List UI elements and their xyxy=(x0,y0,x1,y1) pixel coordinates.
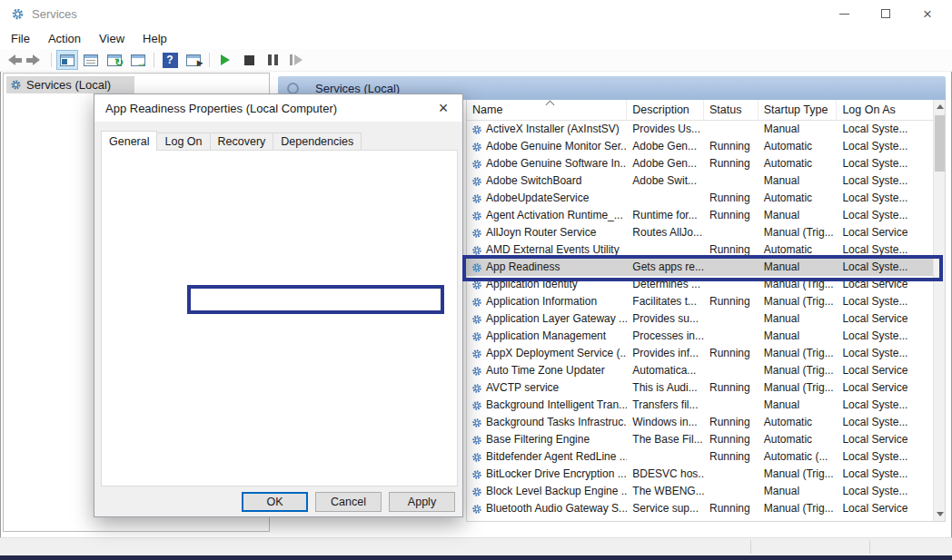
table-row[interactable]: AMD External Events Utility Running Auto… xyxy=(467,241,933,259)
service-name-cell: ActiveX Installer (AxInstSV) xyxy=(486,121,620,138)
minimize-button[interactable] xyxy=(823,0,865,27)
ok-button[interactable]: OK xyxy=(242,492,308,512)
service-log-on-as-cell: Local Syste... xyxy=(837,397,933,414)
column-header-status[interactable]: Status xyxy=(704,100,759,120)
service-description-cell: This is Audi... xyxy=(627,379,704,397)
scroll-down-button[interactable] xyxy=(934,507,946,521)
table-row[interactable]: App Readiness Gets apps re... Manual Loc… xyxy=(467,259,933,276)
service-name-cell: Bitdefender Agent RedLine ... xyxy=(486,448,627,466)
restart-service-button[interactable] xyxy=(285,50,307,70)
tree-item-label: Services (Local) xyxy=(26,78,111,92)
start-service-button[interactable] xyxy=(214,50,236,70)
tab-dependencies[interactable]: Dependencies xyxy=(273,133,362,150)
pause-service-button[interactable] xyxy=(262,50,283,70)
dialog-close-button[interactable]: × xyxy=(431,97,455,119)
table-row[interactable]: AVCTP service This is Audi... Running Ma… xyxy=(467,379,933,397)
table-row[interactable]: Base Filtering Engine The Base Fil... Ru… xyxy=(467,431,933,448)
service-name-cell: Background Tasks Infrastruc... xyxy=(486,414,627,431)
cancel-button[interactable]: Cancel xyxy=(315,492,382,512)
table-row[interactable]: Background Intelligent Tran... Transfers… xyxy=(467,397,933,414)
service-startup-type-cell: Manual (Trig... xyxy=(759,379,838,397)
table-row[interactable]: BitLocker Drive Encryption ... BDESVC ho… xyxy=(467,466,933,483)
service-log-on-as-cell: Local Service xyxy=(837,379,933,397)
table-row[interactable]: Bitdefender Agent RedLine ... Running Au… xyxy=(467,448,933,466)
help-button[interactable]: ? xyxy=(159,50,181,70)
properties-button[interactable] xyxy=(80,50,102,70)
table-row[interactable]: Application Layer Gateway ... Provides s… xyxy=(467,310,933,328)
table-row[interactable]: Adobe Genuine Monitor Ser... Adobe Gen..… xyxy=(467,138,933,155)
service-description-cell: Service sup... xyxy=(627,500,704,517)
list-scrollbar[interactable] xyxy=(933,100,945,521)
back-icon xyxy=(3,54,22,65)
apply-button[interactable]: Apply xyxy=(389,492,455,512)
table-row[interactable]: Application Information Facilitates t...… xyxy=(467,293,933,310)
service-log-on-as-cell: Local Service xyxy=(837,500,933,517)
menu-view[interactable]: View xyxy=(90,29,134,48)
close-button[interactable]: × xyxy=(907,0,948,27)
export-list-button[interactable]: → xyxy=(127,50,149,70)
column-header-startup-type[interactable]: Startup Type xyxy=(759,100,838,120)
table-row[interactable]: Adobe SwitchBoard Adobe Swit... Manual L… xyxy=(467,172,933,190)
tab-general[interactable]: General xyxy=(101,131,157,151)
service-status-cell xyxy=(704,483,759,500)
minimize-icon xyxy=(839,14,849,15)
service-status-cell: Running xyxy=(704,207,759,224)
service-status-cell: Running xyxy=(704,190,759,207)
table-row[interactable]: AppX Deployment Service (... Provides in… xyxy=(467,345,933,362)
back-button[interactable] xyxy=(1,50,23,70)
table-row[interactable]: AdobeUpdateService Running Automatic Loc… xyxy=(467,190,933,207)
general-tab-page xyxy=(101,150,458,486)
menu-help[interactable]: Help xyxy=(134,29,176,48)
table-row[interactable]: AllJoyn Router Service Routes AllJo... M… xyxy=(467,224,933,241)
service-log-on-as-cell: Local Syste... xyxy=(837,328,933,345)
scroll-up-button[interactable] xyxy=(934,100,946,113)
service-gear-icon xyxy=(471,245,482,256)
table-row[interactable]: Application Management Processes in... M… xyxy=(467,328,933,345)
service-startup-type-cell: Manual (Trig... xyxy=(759,466,838,483)
refresh-button[interactable]: ↻ xyxy=(104,50,125,70)
show-console-tree-button[interactable] xyxy=(56,50,78,70)
service-status-cell: Running xyxy=(704,155,759,172)
service-gear-icon xyxy=(471,331,482,342)
service-startup-type-cell: Manual (Trig... xyxy=(759,276,838,293)
show-action-pane-button[interactable]: ▸ xyxy=(183,50,204,70)
window-titlebar: Services × xyxy=(0,0,952,27)
maximize-button[interactable] xyxy=(865,0,907,27)
tree-item-services-local[interactable]: Services (Local) xyxy=(6,76,134,93)
service-name-cell: Background Intelligent Tran... xyxy=(486,397,627,414)
column-header-description[interactable]: Description xyxy=(627,100,704,120)
table-row[interactable]: Block Level Backup Engine ... The WBENG.… xyxy=(467,483,933,500)
service-startup-type-cell: Manual (Trig... xyxy=(759,500,838,517)
table-row[interactable]: Auto Time Zone Updater Automatica... Man… xyxy=(467,362,933,379)
tab-log-on[interactable]: Log On xyxy=(156,133,210,150)
service-gear-icon xyxy=(471,314,482,325)
menu-file[interactable]: File xyxy=(2,29,39,48)
table-row[interactable]: Agent Activation Runtime_... Runtime for… xyxy=(467,207,933,224)
tab-recovery[interactable]: Recovery xyxy=(210,133,274,150)
service-status-cell: Running xyxy=(704,379,759,397)
service-startup-type-cell: Automatic xyxy=(759,190,838,207)
table-row[interactable]: Application Identity Determines ... Manu… xyxy=(467,276,933,293)
service-gear-icon xyxy=(471,452,482,463)
stop-service-button[interactable] xyxy=(238,50,260,70)
menu-action[interactable]: Action xyxy=(39,29,90,48)
forward-button[interactable] xyxy=(25,50,46,70)
column-header-log-on-as[interactable]: Log On As xyxy=(837,100,933,120)
service-description-cell: The WBENG... xyxy=(627,483,704,500)
service-status-cell xyxy=(704,328,759,345)
service-gear-icon xyxy=(471,400,482,411)
service-log-on-as-cell: Local Service xyxy=(837,431,933,448)
service-name-cell: Application Layer Gateway ... xyxy=(486,310,627,328)
table-row[interactable]: Background Tasks Infrastruc... Windows i… xyxy=(467,414,933,431)
service-log-on-as-cell: Local Service xyxy=(837,362,933,379)
service-name-cell: AMD External Events Utility xyxy=(486,241,620,259)
service-startup-type-cell: Automatic xyxy=(759,414,838,431)
scrollbar-thumb[interactable] xyxy=(935,115,945,172)
service-log-on-as-cell: Local Service xyxy=(837,310,933,328)
table-row[interactable]: Bluetooth Audio Gateway S... Service sup… xyxy=(467,500,933,517)
service-startup-type-cell: Manual (Trig... xyxy=(759,362,838,379)
table-row[interactable]: Adobe Genuine Software In... Adobe Gen..… xyxy=(467,155,933,172)
service-gear-icon xyxy=(471,193,482,204)
table-row[interactable]: ActiveX Installer (AxInstSV) Provides Us… xyxy=(467,121,933,138)
service-status-cell: Running xyxy=(704,431,759,448)
